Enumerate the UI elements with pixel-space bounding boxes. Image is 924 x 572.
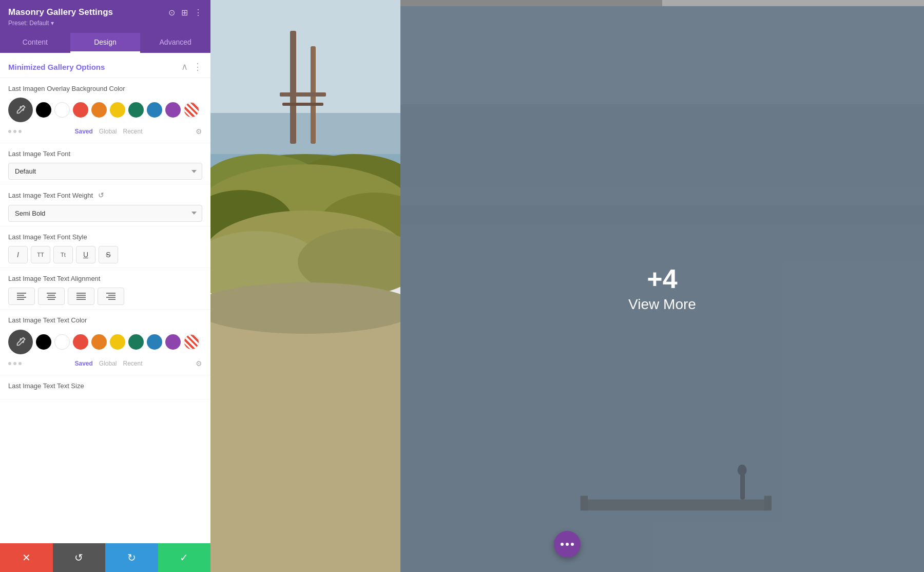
- swatch-green[interactable]: [128, 102, 144, 118]
- collapse-icon[interactable]: ∧: [181, 61, 188, 72]
- italic-button[interactable]: I: [8, 246, 28, 263]
- uppercase-button[interactable]: TT: [31, 246, 50, 263]
- tab-global[interactable]: Global: [99, 128, 117, 135]
- redo-button[interactable]: ↻: [105, 543, 158, 572]
- svg-rect-19: [290, 31, 296, 144]
- svg-rect-12: [106, 293, 116, 294]
- panel-title: Masonry Gallery Settings: [8, 7, 113, 17]
- swatch-purple[interactable]: [165, 102, 181, 118]
- save-button[interactable]: ✓: [158, 543, 211, 572]
- swatch-blue[interactable]: [147, 102, 162, 118]
- fab-dots: [561, 543, 574, 546]
- svg-rect-3: [17, 299, 24, 300]
- text-swatch-yellow[interactable]: [110, 334, 125, 350]
- text-color-dots: [8, 362, 22, 365]
- svg-rect-22: [282, 103, 323, 106]
- text-swatch-blue[interactable]: [147, 334, 162, 350]
- align-justify-button[interactable]: [68, 288, 94, 305]
- tab-recent[interactable]: Recent: [123, 128, 143, 135]
- underline-button[interactable]: U: [76, 246, 95, 263]
- fab-dot-3: [571, 543, 574, 546]
- text-swatch-white[interactable]: [54, 334, 70, 350]
- svg-rect-13: [108, 295, 116, 296]
- fab-button[interactable]: [554, 531, 581, 558]
- svg-rect-4: [47, 293, 56, 294]
- text-swatch-green[interactable]: [128, 334, 144, 350]
- gallery-left-col: [210, 0, 400, 572]
- font-row: Last Image Text Font Default: [0, 143, 210, 184]
- text-swatch-none[interactable]: [184, 334, 199, 350]
- svg-rect-9: [76, 295, 86, 296]
- peek-right: [662, 0, 924, 6]
- bottom-bar: ✕ ↺ ↻ ✓: [0, 543, 210, 572]
- font-weight-label: Last Image Text Font Weight ↺: [8, 190, 202, 201]
- swatch-none[interactable]: [184, 102, 199, 118]
- text-tab-global[interactable]: Global: [99, 360, 117, 367]
- text-size-row: Last Image Text Text Size: [0, 375, 210, 399]
- panel-preset[interactable]: Preset: Default ▾: [8, 20, 202, 27]
- align-center-button[interactable]: [38, 288, 65, 305]
- focus-icon[interactable]: ⊙: [168, 8, 175, 17]
- swatch-orange[interactable]: [91, 102, 107, 118]
- align-group: [8, 288, 202, 305]
- grid-icon[interactable]: ⊞: [181, 8, 188, 17]
- color-picker-overlay: [8, 98, 202, 122]
- font-select[interactable]: Default: [8, 163, 202, 180]
- gallery-layout: +4 View More: [210, 0, 924, 572]
- text-tab-saved[interactable]: Saved: [74, 360, 92, 367]
- font-weight-reset-icon[interactable]: ↺: [98, 191, 104, 199]
- align-left-button[interactable]: [8, 288, 35, 305]
- capitalize-button[interactable]: Tt: [53, 246, 73, 263]
- section-menu-icon[interactable]: ⋮: [193, 61, 202, 72]
- tab-content[interactable]: Content: [0, 33, 70, 53]
- svg-rect-7: [48, 299, 55, 300]
- svg-rect-6: [47, 297, 56, 298]
- color-pills: Saved Global Recent ⚙: [8, 125, 202, 139]
- text-swatch-purple[interactable]: [165, 334, 181, 350]
- color-settings-icon[interactable]: ⚙: [196, 127, 202, 136]
- gallery-last-image: +4 View More: [400, 6, 924, 572]
- text-align-label: Last Image Text Text Alignment: [8, 274, 202, 283]
- tab-saved[interactable]: Saved: [74, 128, 92, 135]
- undo-button[interactable]: ↺: [53, 543, 106, 572]
- color-picker-text: [8, 330, 202, 354]
- text-swatch-orange[interactable]: [91, 334, 107, 350]
- color-dots: [8, 130, 22, 133]
- svg-rect-2: [17, 297, 26, 298]
- overlay-bg-color-row: Last Imagen Overlay Background Color: [0, 78, 210, 143]
- overlay-count: +4: [647, 265, 677, 292]
- text-color-settings-icon[interactable]: ⚙: [196, 359, 202, 368]
- more-options-icon[interactable]: ⋮: [194, 8, 202, 17]
- swatch-red[interactable]: [73, 102, 88, 118]
- gallery-image-coastal: [210, 0, 400, 572]
- swatch-white[interactable]: [54, 102, 70, 118]
- swatch-black[interactable]: [36, 102, 51, 118]
- tab-advanced[interactable]: Advanced: [140, 33, 210, 53]
- text-tab-recent[interactable]: Recent: [123, 360, 143, 367]
- panel-scroll-area: Minimized Gallery Options ∧ ⋮ Last Image…: [0, 53, 210, 572]
- tab-design[interactable]: Design: [70, 33, 141, 53]
- align-right-button[interactable]: [98, 288, 124, 305]
- text-color-tabs: Saved Global Recent: [74, 360, 142, 367]
- text-swatch-red[interactable]: [73, 334, 88, 350]
- svg-rect-8: [76, 293, 86, 294]
- font-style-label: Last Image Text Font Style: [8, 233, 202, 242]
- color-tabs: Saved Global Recent: [74, 128, 142, 135]
- fab-dot-2: [566, 543, 569, 546]
- font-weight-select[interactable]: Semi Bold: [8, 205, 202, 222]
- text-color-row: Last Image Text Text Color: [0, 310, 210, 375]
- section-minimized-gallery: Minimized Gallery Options ∧ ⋮: [0, 53, 210, 78]
- strikethrough-button[interactable]: S: [99, 246, 118, 263]
- eyedropper-text-button[interactable]: [8, 330, 33, 354]
- cancel-button[interactable]: ✕: [0, 543, 53, 572]
- svg-point-33: [210, 282, 400, 334]
- text-color-pills: Saved Global Recent ⚙: [8, 357, 202, 371]
- peek-left: [400, 0, 662, 6]
- svg-rect-5: [48, 295, 55, 296]
- fab-dot-1: [561, 543, 564, 546]
- text-swatch-black[interactable]: [36, 334, 51, 350]
- eyedropper-button[interactable]: [8, 98, 33, 122]
- text-align-row: Last Image Text Text Alignment: [0, 268, 210, 310]
- section-title: Minimized Gallery Options: [8, 63, 105, 71]
- swatch-yellow[interactable]: [110, 102, 125, 118]
